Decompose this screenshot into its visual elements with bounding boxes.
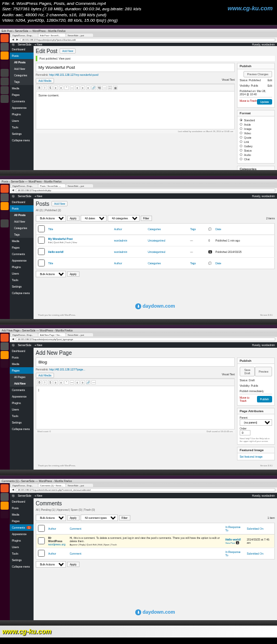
url-input[interactable]: 48.101.138.127/wp-admin/post-new.php?pos… [16,337,275,341]
italic-icon[interactable]: I [43,86,47,90]
tab-active[interactable]: Posts ‹ ServerSide — W... [38,184,65,187]
format-video[interactable]: Video [240,131,272,135]
page-title-input[interactable] [36,357,235,367]
menu-appearance[interactable]: Appearance [10,105,34,111]
quote-icon[interactable]: " [64,86,69,90]
ol-icon[interactable]: ≡ [59,380,63,385]
filter-tabs[interactable]: All | Pending (1) | Approved | Spam (0) … [36,508,275,511]
menu-comments[interactable]: Comments 1 [10,524,34,531]
align-left-icon[interactable]: ≡ [75,380,80,385]
link-icon[interactable]: 🔗 [91,86,96,90]
hr-icon[interactable]: — [70,380,74,385]
menu-comments[interactable]: Comments [10,251,34,257]
app-icon[interactable] [1,86,9,94]
menu-collapse[interactable]: Collapse menu [10,563,34,570]
submenu-categories[interactable]: Categories [10,72,34,79]
tab[interactable]: DigitalOcean - Drop... [11,484,38,487]
apply-button[interactable]: Apply [67,216,80,221]
add-new-button[interactable]: Add New [60,48,76,54]
menu-dashboard[interactable]: Dashboard [10,199,34,205]
submenu-all-pages[interactable]: All Pages [10,374,34,380]
menu-users[interactable]: Users [10,118,34,124]
check-all[interactable] [38,259,45,266]
bulk-actions-select[interactable]: Bulk Actions [36,515,66,521]
files-icon[interactable] [1,193,9,201]
files-icon[interactable] [1,493,9,501]
post-title-link[interactable]: Hello world! [48,250,64,253]
menu-dashboard[interactable]: Dashboard [10,498,34,505]
order-input[interactable] [240,430,250,435]
bulk-actions-select[interactable]: Bulk Actions [36,215,66,222]
menu-posts[interactable]: Posts [10,205,34,212]
format-link[interactable]: Link [240,140,272,144]
menu-users[interactable]: Users [10,406,34,413]
menu-appearance[interactable]: Appearance [10,257,34,264]
trash-link[interactable]: Move to Trash [240,99,257,105]
add-media-button[interactable]: Add Media [36,373,54,378]
tab-active[interactable]: Add New Page ‹ Ser... [38,333,65,336]
col-comment[interactable]: Comment [68,523,224,534]
tab[interactable]: ServerSide – just anoth... [66,34,93,37]
files-icon[interactable] [1,43,9,51]
url-input[interactable]: 48.101.138.127/wp-admin/edit.php [16,188,275,192]
row-actions[interactable]: Edit | Quick Edit | Trash | View [48,241,77,244]
back-icon[interactable]: ◄ [11,38,15,41]
dash-icon[interactable] [1,334,9,342]
app-icon[interactable] [1,69,9,77]
submenu-add-new[interactable]: Add New [10,66,34,72]
menu-pages[interactable]: Pages [10,92,34,98]
site-link[interactable]: ServerSide [18,494,31,497]
preview-button[interactable]: Preview Changes [243,71,272,77]
tab[interactable]: DigitalOcean - Drop... [11,333,38,336]
tab[interactable]: DigitalOcean - Drop... [11,34,38,37]
new-link[interactable]: + New [35,494,42,497]
permalink-url[interactable]: http://48.101.138.127/my-wonderful-post/ [49,73,98,76]
fullscreen-icon[interactable]: ⛶ [108,86,112,90]
col-title[interactable]: Title [47,223,113,235]
menu-posts[interactable]: Posts [10,354,34,361]
forward-icon[interactable]: ► [16,38,19,41]
row-check[interactable] [38,537,45,544]
dates-select[interactable]: All dates [81,215,107,222]
format-image[interactable]: Image [240,127,272,131]
col-date[interactable]: Date [214,223,274,235]
author-cell[interactable]: wordadmin [113,235,146,246]
submenu-all-posts[interactable]: All Posts [10,212,34,218]
dash-icon[interactable] [1,484,9,492]
menu-comments[interactable]: Comments [10,387,34,393]
terminal-icon[interactable] [1,60,9,68]
firefox-icon[interactable] [1,202,9,210]
menu-plugins[interactable]: Plugins [10,264,34,270]
submenu-add-new[interactable]: Add New [10,218,34,225]
trash-link[interactable]: Move to Trash [240,396,257,402]
submenu-tags[interactable]: Tags [10,79,34,85]
firefox-icon[interactable] [1,351,9,359]
tab[interactable]: ServerSide – just anoth... [66,333,93,336]
cat-cell[interactable]: Uncategorized [146,246,188,257]
bulk-actions-select[interactable]: Bulk Actions [36,271,66,277]
bold-icon[interactable]: B [37,380,42,385]
dash-icon[interactable] [1,34,9,42]
publish-button[interactable]: Publish [257,396,272,402]
menu-plugins[interactable]: Plugins [10,111,34,118]
view-post-link[interactable]: View Post [226,542,235,544]
apply-button[interactable]: Apply [67,562,80,567]
align-center-icon[interactable]: ≡ [81,380,85,385]
tab-active[interactable]: Edit Post ‹ ServerS... [38,34,65,37]
col-response[interactable]: In Response To [224,523,246,534]
col-comments-icon[interactable]: 💬 [207,223,214,235]
menu-media[interactable]: Media [10,361,34,367]
menu-users[interactable]: Users [10,270,34,277]
set-featured-link[interactable]: Set featured image [240,455,262,458]
col-categories[interactable]: Categories [146,223,188,235]
filter-tabs[interactable]: All (2) | Published (2) [36,209,275,212]
dash-icon[interactable] [1,185,9,193]
menu-settings[interactable]: Settings [10,131,34,137]
tab-active[interactable]: Comments (1) ‹ Serve... [38,484,65,487]
submenu-add-new[interactable]: Add New [10,380,34,387]
kitchen-sink-icon[interactable]: ▦ [113,86,117,90]
menu-collapse[interactable]: Collapse menu [10,290,34,296]
col-author[interactable]: Author [47,523,68,534]
unlink-icon[interactable]: ⛓ [97,86,101,90]
app-icon[interactable] [1,219,9,227]
